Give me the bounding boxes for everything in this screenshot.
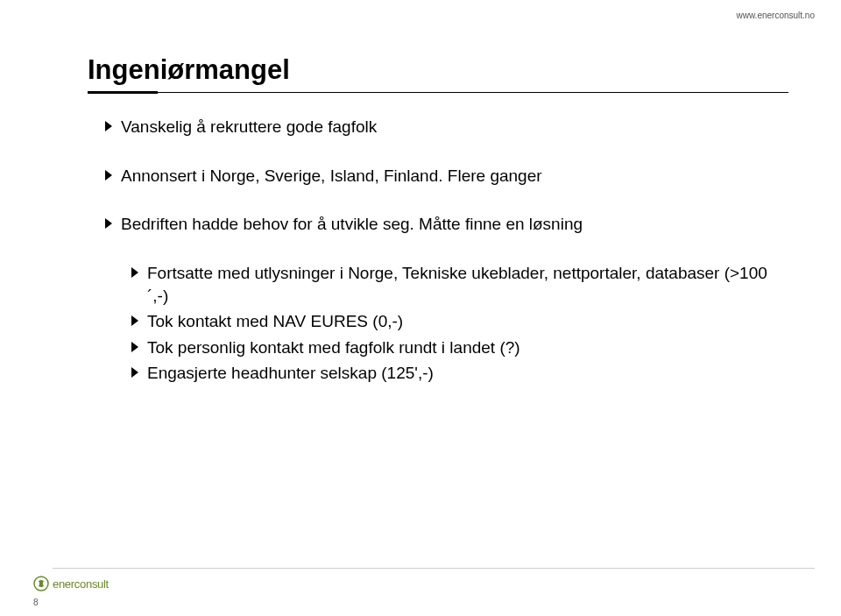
logo-icon	[33, 576, 49, 591]
header-url: www.enerconsult.no	[737, 11, 816, 20]
bullet-text: Bedriften hadde behov for å utvikle seg.…	[121, 213, 583, 236]
bullet-text: Fortsatte med utlysninger i Norge, Tekni…	[147, 262, 771, 307]
bullet-item: Annonsert i Norge, Sverige, Island, Finl…	[105, 165, 771, 188]
bullet-item: Engasjerte headhunter selskap (125',-)	[131, 362, 771, 385]
bullet-text: Tok personlig kontakt med fagfolk rundt …	[147, 336, 520, 359]
page-number: 8	[33, 598, 39, 607]
footer-divider	[53, 568, 815, 569]
bullet-item: Tok kontakt med NAV EURES (0,-)	[131, 310, 771, 333]
arrow-icon	[131, 367, 138, 378]
bullet-text: Annonsert i Norge, Sverige, Island, Finl…	[121, 165, 542, 188]
footer: enerconsult 8	[0, 568, 841, 591]
bullet-text: Engasjerte headhunter selskap (125',-)	[147, 362, 434, 385]
title-underline	[88, 91, 788, 94]
bullet-text: Vanskelig å rekruttere gode fagfolk	[121, 116, 377, 138]
page-title: Ingeniørmangel	[88, 54, 788, 89]
arrow-icon	[105, 170, 112, 181]
bullet-item: Vanskelig å rekruttere gode fagfolk	[105, 116, 771, 138]
bullet-item: Tok personlig kontakt med fagfolk rundt …	[131, 336, 771, 359]
sub-bullet-list: Fortsatte med utlysninger i Norge, Tekni…	[131, 262, 771, 385]
bullet-text: Tok kontakt med NAV EURES (0,-)	[147, 310, 403, 333]
logo: enerconsult	[33, 576, 109, 591]
title-block: Ingeniørmangel	[88, 54, 788, 94]
arrow-icon	[131, 315, 138, 326]
arrow-icon	[105, 121, 112, 131]
arrow-icon	[105, 218, 112, 229]
bullet-item: Fortsatte med utlysninger i Norge, Tekni…	[131, 262, 771, 307]
arrow-icon	[131, 342, 138, 352]
arrow-icon	[131, 267, 138, 278]
logo-text: enerconsult	[53, 577, 109, 591]
content-area: Vanskelig å rekruttere gode fagfolk Anno…	[105, 116, 771, 388]
bullet-item: Bedriften hadde behov for å utvikle seg.…	[105, 213, 771, 236]
